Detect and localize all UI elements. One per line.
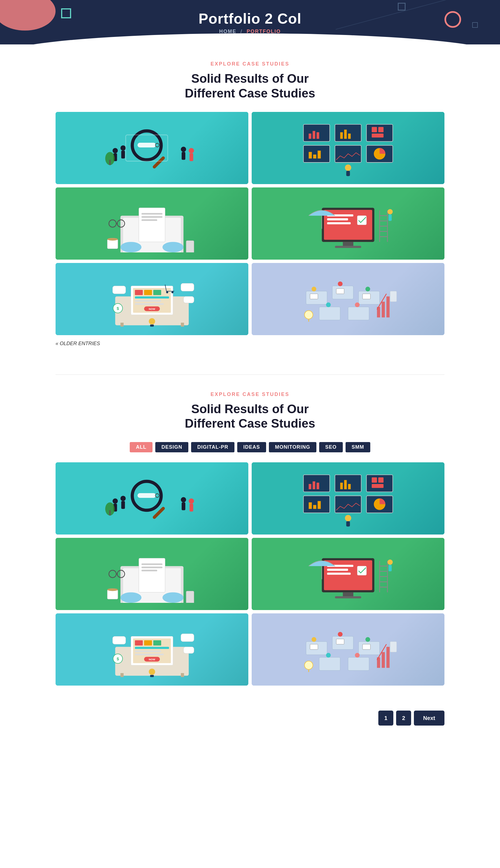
svg-rect-27 [372, 127, 377, 132]
page-btn-1[interactable]: 1 [378, 710, 393, 726]
svg-rect-85 [183, 296, 194, 303]
svg-rect-122 [109, 510, 111, 516]
portfolio-item-6[interactable] [252, 263, 444, 335]
svg-rect-46 [186, 241, 194, 252]
svg-rect-56 [327, 222, 351, 224]
svg-point-47 [109, 220, 116, 227]
svg-rect-71 [135, 290, 143, 295]
svg-rect-18 [303, 145, 330, 162]
svg-rect-9 [182, 152, 185, 160]
section1-title-line2: Different Case Studies [185, 86, 315, 100]
portfolio-item-2-3[interactable] [56, 538, 248, 610]
portfolio-grid-1: NOW $ [56, 112, 444, 335]
breadcrumb-current: PORTFOLIO [247, 28, 281, 34]
svg-point-201 [312, 637, 316, 642]
filter-tab-monitoring[interactable]: MONITORING [269, 442, 316, 452]
svg-point-117 [181, 497, 186, 502]
filter-tab-all[interactable]: ALL [130, 442, 152, 452]
svg-rect-55 [327, 218, 348, 220]
svg-rect-39 [141, 213, 162, 215]
svg-point-89 [172, 291, 173, 293]
svg-rect-108 [390, 291, 397, 302]
svg-rect-134 [348, 484, 351, 489]
svg-rect-140 [318, 501, 320, 509]
portfolio-item-1[interactable] [56, 112, 248, 184]
portfolio-item-3[interactable] [56, 187, 248, 259]
portfolio-item-2-4[interactable] [252, 538, 444, 610]
breadcrumb-home[interactable]: HOME [219, 28, 236, 34]
filter-tab-ideas[interactable]: IDEAS [237, 442, 266, 452]
svg-rect-73 [154, 290, 161, 295]
svg-rect-7 [121, 150, 125, 158]
section-1: EXPLORE CASE STUDIES Solid Results of Ou… [0, 44, 500, 374]
svg-rect-138 [309, 502, 312, 509]
svg-rect-133 [344, 480, 346, 489]
svg-text:NOW: NOW [149, 307, 155, 310]
svg-rect-17 [366, 124, 393, 141]
portfolio-illustration-2 [252, 112, 444, 184]
svg-rect-188 [181, 673, 184, 677]
svg-rect-148 [141, 567, 162, 568]
filter-tab-design[interactable]: DESIGN [155, 442, 188, 452]
section1-title-line1: Solid Results of Our [191, 72, 309, 85]
portfolio-item-2[interactable] [252, 112, 444, 184]
svg-point-173 [387, 559, 393, 565]
svg-rect-147 [141, 564, 162, 565]
svg-rect-105 [386, 296, 389, 317]
svg-rect-44 [107, 239, 118, 248]
svg-point-95 [312, 287, 316, 291]
svg-rect-137 [372, 484, 384, 488]
svg-rect-120 [190, 504, 193, 511]
svg-point-81 [149, 318, 155, 325]
svg-rect-66 [389, 214, 392, 221]
section2-title-line2: Different Case Studies [185, 417, 315, 430]
circle-pink-decoration [444, 11, 461, 28]
portfolio-illustration-3 [56, 187, 248, 259]
portfolio-illustration-2-5: NOW $ [56, 613, 248, 685]
svg-point-204 [326, 653, 331, 658]
filter-tab-smm[interactable]: SMM [345, 442, 370, 452]
page-btn-2[interactable]: 2 [396, 710, 411, 726]
svg-rect-101 [336, 289, 344, 294]
svg-point-43 [162, 242, 184, 252]
portfolio-item-2-2[interactable] [252, 462, 444, 534]
svg-rect-22 [312, 131, 315, 139]
svg-rect-208 [363, 644, 370, 649]
svg-point-10 [189, 148, 194, 153]
svg-point-202 [338, 632, 342, 637]
portfolio-illustration-1 [56, 112, 248, 184]
svg-rect-193 [183, 647, 194, 653]
svg-rect-130 [312, 482, 315, 489]
filter-tab-seo[interactable]: SEO [319, 442, 343, 452]
portfolio-item-5[interactable]: NOW $ [56, 263, 248, 335]
svg-rect-57 [357, 216, 366, 224]
svg-rect-118 [182, 502, 185, 510]
svg-rect-199 [319, 658, 340, 671]
square-teal-decoration [61, 8, 71, 18]
svg-rect-100 [310, 294, 318, 299]
square-small-decoration [472, 22, 478, 28]
svg-rect-207 [336, 639, 344, 644]
older-entries-link[interactable]: « OLDER ENTRIES [56, 341, 444, 347]
portfolio-item-4[interactable] [252, 187, 444, 259]
svg-rect-125 [366, 475, 393, 492]
svg-rect-25 [344, 129, 346, 139]
svg-rect-135 [372, 478, 377, 483]
portfolio-illustration-2-4 [252, 538, 444, 610]
svg-point-45 [107, 238, 118, 241]
svg-point-97 [365, 287, 370, 291]
portfolio-item-2-6[interactable] [252, 613, 444, 685]
svg-point-88 [167, 291, 168, 293]
svg-rect-183 [135, 651, 161, 652]
portfolio-item-2-1[interactable] [56, 462, 248, 534]
svg-point-98 [326, 302, 331, 307]
next-button[interactable]: Next [414, 710, 444, 726]
breadcrumb: HOME / PORTFOLIO [219, 28, 281, 34]
svg-rect-2 [137, 143, 156, 148]
svg-rect-152 [107, 590, 118, 599]
section2-title: Solid Results of Our Different Case Stud… [56, 402, 444, 431]
portfolio-item-2-5[interactable]: NOW $ [56, 613, 248, 685]
svg-point-205 [355, 653, 360, 658]
filter-tab-digital-pr[interactable]: DIGITAL-PR [191, 442, 235, 452]
svg-rect-75 [135, 300, 161, 302]
